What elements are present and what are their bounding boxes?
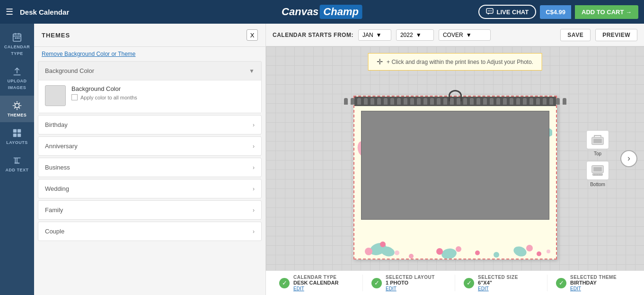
status-check-theme: ✓ [556,278,566,288]
spiral-tooth [371,98,374,105]
calendar-body [354,106,556,259]
spiral-tooth [344,98,348,105]
status-label-calendar-type: CALENDAR TYPE [293,275,338,280]
top-icon-svg [591,133,604,146]
accordion-birthday[interactable]: Birthday › [38,115,262,134]
accordion-birthday-header[interactable]: Birthday › [38,116,261,134]
themes-icon [12,100,22,111]
drag-icon: ✛ [377,57,383,66]
sidebar-label-calendar-type: CALENDAR [4,45,30,49]
photo-placeholder[interactable] [361,111,549,220]
sidebar-item-add-text[interactable]: ADD TEXT [0,151,34,177]
sidebar-item-layouts[interactable]: LAYOUTS [0,123,34,150]
spiral-tooth [404,98,407,105]
bg-color-row: Background Color Apply color to all mont… [45,85,255,106]
price-button[interactable]: C$4.99 [540,5,571,19]
spiral-tooth [536,98,540,105]
sidebar-item-themes[interactable]: THEMES [0,96,34,122]
top-view-icon [586,130,609,149]
spiral-tooth [384,98,388,105]
accordion-couple-label: Couple [45,228,64,235]
accordion-birthday-label: Birthday [45,121,68,128]
sidebar-item-calendar-type[interactable]: CALENDAR TYPE [0,27,34,61]
add-to-cart-button[interactable]: ADD TO CART → [575,5,638,19]
accordion-anniversary-chevron: › [253,143,255,150]
accordion-wedding[interactable]: Wedding › [38,179,262,198]
side-panel: Top [583,130,612,187]
accordion-family-chevron: › [253,207,255,214]
status-edit-theme[interactable]: EDIT [570,286,617,291]
bottom-label: Bottom [590,182,605,187]
spiral-tooth [529,98,533,105]
chat-icon [486,8,494,16]
spiral-hook [449,90,462,101]
next-arrow-button[interactable]: › [620,150,637,167]
status-check-layout: ✓ [371,278,382,288]
spiral-tooth [390,98,394,105]
apply-all-label: Apply color to all months [80,95,137,100]
spiral-tooth [417,98,421,105]
sidebar-label-themes: THEMES [8,113,27,117]
save-button[interactable]: SAVE [560,29,591,41]
spiral-tooth [510,98,513,105]
accordion-wedding-header[interactable]: Wedding › [38,179,261,198]
spiral-tooth [549,98,553,105]
sidebar-item-upload-images[interactable]: UPLOAD IMAGES [0,62,34,95]
status-edit-calendar-type[interactable]: EDIT [293,286,338,291]
canvas-toolbar: CALENDAR STARTS FROM: JAN ▼ 2022 ▼ COVER… [266,24,644,46]
bottom-view-button[interactable]: Bottom [583,161,612,187]
live-chat-button[interactable]: LIVE CHAT [478,5,536,19]
top-label: Top [594,151,601,156]
themes-panel-body: Remove Background Color or Theme Backgro… [34,47,265,295]
status-edit-layout[interactable]: EDIT [386,286,435,291]
spiral-tooth [523,98,527,105]
cover-select[interactable]: COVER ▼ [439,29,491,41]
spiral-tooth [516,98,520,105]
bg-color-swatch[interactable] [45,85,66,106]
top-view-button[interactable]: Top [583,130,612,156]
status-value-layout: 1 PHOTO [386,280,435,286]
accordion-business[interactable]: Business › [38,158,262,177]
status-text-layout: SELECTED LAYOUT 1 PHOTO EDIT [386,275,435,291]
spiral-tooth [556,98,560,105]
month-select[interactable]: JAN ▼ [358,29,391,41]
status-check-size: ✓ [464,278,474,288]
logo-canvas-text: Canvas [282,6,318,18]
accordion-family-header[interactable]: Family › [38,201,261,219]
themes-panel-title: THEMES [42,32,70,39]
preview-button[interactable]: PREVIEW [595,29,637,41]
themes-close-button[interactable]: X [247,29,258,41]
deco-bottom [354,225,556,259]
logo: Canvas Champ [282,5,362,19]
sidebar-label-upload: UPLOAD [8,79,27,83]
accordion-family[interactable]: Family › [38,200,262,220]
accordion-anniversary[interactable]: Anniversary › [38,136,262,156]
svg-point-36 [537,251,541,256]
svg-point-3 [491,10,492,11]
bg-color-title: Background Color [45,67,94,74]
themes-panel-header: THEMES X [34,24,265,47]
svg-point-37 [409,254,414,259]
header-right: LIVE CHAT C$4.99 ADD TO CART → [478,5,638,19]
calendar-type-icon [12,32,22,43]
spiral-tooth [437,98,441,105]
bg-color-header[interactable]: Background Color ▼ [38,62,261,80]
status-edit-size[interactable]: EDIT [478,286,518,291]
hamburger-menu[interactable]: ☰ [6,7,13,17]
status-text-calendar-type: CALENDAR TYPE DESK CALENDAR EDIT [293,275,338,291]
status-label-layout: SELECTED LAYOUT [386,275,435,280]
spiral-tooth [443,98,447,105]
status-label-size: SELECTED SIZE [478,275,518,280]
svg-point-39 [475,250,480,255]
apply-all-checkbox[interactable] [71,94,78,100]
year-select[interactable]: 2022 ▼ [396,29,434,41]
svg-rect-6 [17,37,18,39]
calendar-card[interactable] [353,96,557,259]
svg-point-8 [15,103,19,107]
remove-bg-link[interactable]: Remove Background Color or Theme [38,47,262,61]
spiral-tooth [563,98,566,105]
accordion-business-header[interactable]: Business › [38,158,261,177]
accordion-anniversary-header[interactable]: Anniversary › [38,137,261,155]
accordion-couple[interactable]: Couple › [38,222,262,241]
accordion-couple-header[interactable]: Couple › [38,222,261,241]
